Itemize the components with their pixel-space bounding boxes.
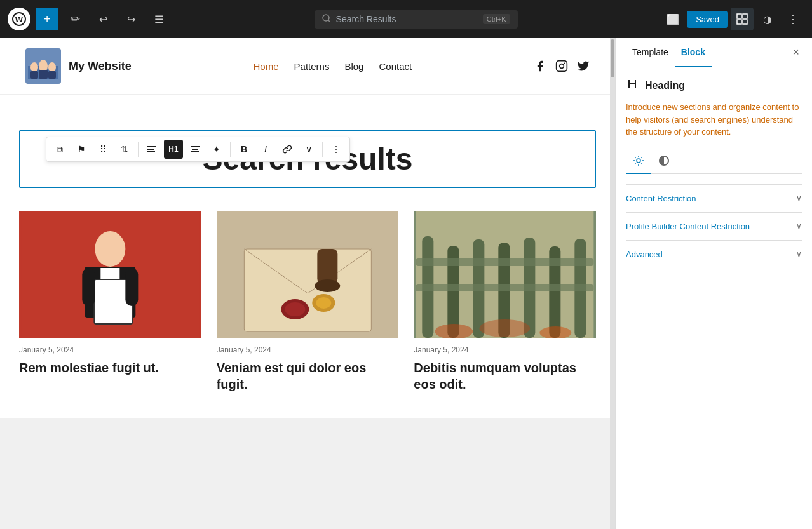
accordion-profile-builder: Profile Builder Content Restriction ∨ [626, 212, 802, 240]
post-title-2[interactable]: Veniam est qui dolor eos fugit. [217, 359, 399, 392]
site-logo [25, 48, 61, 84]
search-bar[interactable]: Search Results Ctrl+K [315, 10, 518, 29]
site-nav: Home Patterns Blog Contact [254, 61, 412, 72]
svg-rect-38 [317, 249, 337, 284]
post-card-1: January 5, 2024 Rem molestiae fugit ut. [19, 211, 201, 392]
canvas-scrollbar-thumb[interactable] [611, 39, 614, 77]
post-image-3 [414, 211, 596, 338]
more-format-button[interactable]: ∨ [299, 140, 318, 159]
panel-body: Heading Introduce new sections and organ… [616, 67, 812, 529]
nav-home[interactable]: Home [254, 61, 279, 72]
posts-grid: January 5, 2024 Rem molestiae fugit ut. [0, 201, 615, 418]
svg-rect-7 [743, 20, 747, 24]
align-left-button[interactable] [142, 140, 161, 159]
block-options-button[interactable]: ⋮ [327, 140, 346, 159]
redo-button[interactable]: ↪ [119, 8, 142, 30]
accordion-advanced: Advanced ∨ [626, 240, 802, 268]
facebook-icon[interactable] [534, 60, 546, 72]
instagram-icon[interactable] [555, 60, 568, 72]
add-block-button[interactable]: + [36, 8, 58, 30]
italic-button[interactable]: I [256, 140, 275, 159]
svg-point-18 [564, 63, 565, 64]
panel-tabs: Template Block × [616, 38, 812, 67]
post-date-1: January 5, 2024 [19, 345, 201, 354]
edit-button[interactable]: ✏ [64, 8, 86, 30]
twitter-icon[interactable] [577, 60, 590, 72]
nav-patterns[interactable]: Patterns [294, 61, 330, 72]
move-updown-button[interactable]: ⇅ [115, 140, 134, 159]
tab-template[interactable]: Template [626, 38, 675, 67]
tab-block[interactable]: Block [675, 38, 712, 67]
svg-rect-24 [191, 151, 199, 152]
wp-logo[interactable]: W [8, 8, 30, 30]
svg-line-3 [328, 20, 330, 22]
accordion-content-restriction-header[interactable]: Content Restriction ∨ [626, 194, 802, 203]
list-view-button[interactable]: ☰ [147, 8, 170, 30]
svg-rect-23 [192, 149, 198, 150]
svg-rect-30 [82, 268, 95, 306]
nav-contact[interactable]: Contact [379, 61, 412, 72]
svg-rect-52 [416, 284, 594, 291]
site-header: My Website Home Patterns Blog Contact [0, 38, 615, 95]
svg-rect-13 [30, 71, 38, 79]
accordion-profile-builder-header[interactable]: Profile Builder Content Restriction ∨ [626, 222, 802, 231]
svg-point-17 [560, 64, 564, 69]
post-date-2: January 5, 2024 [217, 345, 399, 354]
site-title: My Website [69, 60, 132, 73]
svg-point-39 [315, 279, 340, 292]
svg-rect-21 [147, 151, 155, 152]
search-bar-area: Search Results Ctrl+K [175, 10, 656, 29]
link-button[interactable] [278, 140, 297, 159]
block-toolbar: ⧉ ⚑ ⠿ ⇅ H1 ✦ B I ∨ [46, 137, 350, 162]
post-card-3: January 5, 2024 Debitis numquam voluptas… [414, 211, 596, 392]
svg-point-54 [480, 319, 531, 337]
accordion-content-restriction: Content Restriction ∨ [626, 184, 802, 212]
contrast-button[interactable]: ◑ [756, 8, 779, 30]
social-icons [534, 60, 590, 72]
block-description: Introduce new sections and organize cont… [626, 101, 802, 138]
toolbar-separator-3 [322, 142, 323, 157]
svg-rect-20 [147, 149, 154, 150]
svg-rect-33 [244, 249, 371, 331]
svg-point-56 [637, 159, 640, 163]
accordion-advanced-label: Advanced [626, 250, 663, 259]
svg-point-37 [285, 302, 305, 316]
top-bar-right: ⬜ Saved ◑ ⋮ [661, 8, 804, 30]
more-options-button[interactable]: ⋮ [782, 8, 804, 30]
accordion-advanced-header[interactable]: Advanced ∨ [626, 250, 802, 259]
block-type-header: Heading [626, 77, 802, 93]
canvas-area[interactable]: My Website Home Patterns Blog Contact [0, 38, 615, 529]
bookmark-button[interactable]: ⚑ [72, 140, 91, 159]
toolbar-separator-2 [230, 142, 231, 157]
accordion-content-restriction-chevron: ∨ [796, 194, 802, 203]
nav-blog[interactable]: Blog [344, 61, 363, 72]
block-view-button[interactable] [731, 8, 754, 30]
svg-rect-19 [147, 146, 156, 147]
svg-rect-16 [557, 61, 567, 72]
bold-button[interactable]: B [234, 140, 254, 159]
monitor-view-button[interactable]: ⬜ [661, 8, 684, 30]
svg-rect-14 [39, 70, 48, 79]
transform-button[interactable]: ✦ [207, 140, 226, 159]
sub-tab-settings[interactable] [626, 149, 651, 174]
svg-rect-15 [48, 71, 56, 79]
svg-point-41 [316, 297, 331, 309]
align-center-button[interactable] [186, 140, 205, 159]
panel-close-button[interactable]: × [790, 43, 802, 62]
search-bar-text: Search Results [336, 14, 478, 24]
site-logo-area: My Website [25, 48, 132, 84]
svg-rect-51 [416, 258, 594, 266]
accordion-advanced-chevron: ∨ [796, 250, 802, 258]
post-title-1[interactable]: Rem molestiae fugit ut. [19, 359, 201, 376]
save-button[interactable]: Saved [687, 11, 728, 28]
top-bar: W + ✏ ↩ ↪ ☰ Search Results Ctrl+K ⬜ Save… [0, 0, 812, 38]
block-type-label: Heading [645, 80, 685, 91]
undo-button[interactable]: ↩ [91, 8, 114, 30]
drag-button[interactable]: ⠿ [93, 140, 112, 159]
h1-button[interactable]: H1 [164, 140, 183, 159]
canvas-scrollbar[interactable] [610, 38, 615, 529]
sub-tab-styles[interactable] [651, 149, 677, 174]
post-date-3: January 5, 2024 [414, 345, 596, 354]
copy-block-button[interactable]: ⧉ [50, 140, 69, 159]
post-title-3[interactable]: Debitis numquam voluptas eos odit. [414, 359, 596, 392]
